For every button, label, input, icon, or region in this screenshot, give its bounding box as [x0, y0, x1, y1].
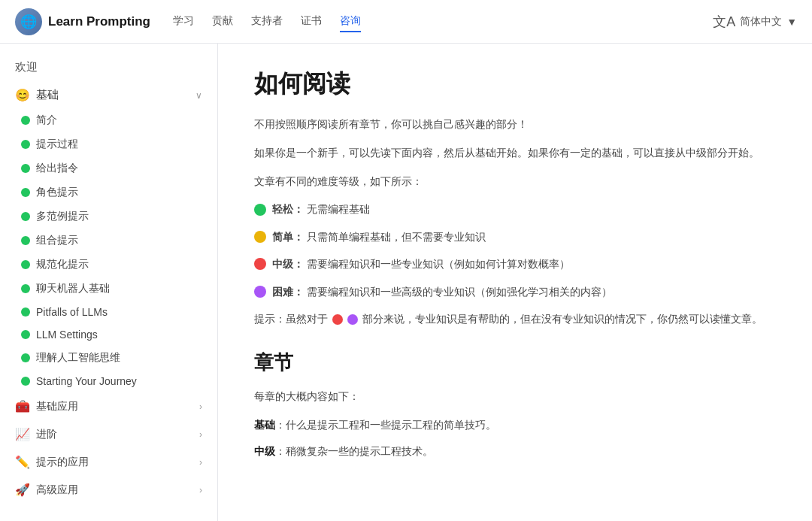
- logo-text: Learn Prompting: [48, 14, 150, 29]
- chapter-intermediate-desc: 稍微复杂一些的提示工程技术。: [286, 445, 433, 457]
- sidebar-item-intro-label: 简介: [36, 114, 57, 127]
- sidebar-item-give-instructions[interactable]: 给出指令: [0, 156, 217, 180]
- sidebar-section-advanced-apps-label: 高级应用: [36, 483, 78, 497]
- sidebar-section-basic-apps[interactable]: 🧰 基础应用 ›: [0, 392, 217, 420]
- chapters-title: 章节: [254, 350, 768, 376]
- sidebar-item-prompt-process-label: 提示过程: [36, 138, 78, 151]
- sidebar-item-chatbot-basics[interactable]: 聊天机器人基础: [0, 277, 217, 301]
- difficulty-simple-desc: 只需简单编程基础，但不需要专业知识: [307, 231, 486, 243]
- basic-apps-emoji: 🧰: [15, 399, 30, 413]
- basics-emoji: 😊: [15, 88, 30, 102]
- nav-consult[interactable]: 咨询: [340, 11, 361, 32]
- layout: 欢迎 😊 基础 ∨ 简介 提示过程 给出指令 角色提示 多范例: [0, 44, 812, 521]
- sidebar-item-llm-settings[interactable]: LLM Settings: [0, 323, 217, 346]
- nav-certificate[interactable]: 证书: [301, 11, 322, 32]
- sidebar-item-intro[interactable]: 简介: [0, 108, 217, 132]
- sidebar-item-pitfalls-label: Pitfalls of LLMs: [36, 306, 108, 318]
- difficulty-dot-green: [21, 377, 30, 386]
- tip-text-before: 提示：虽然对于: [254, 310, 328, 329]
- sidebar-item-ai-thinking-label: 理解人工智能思维: [36, 351, 120, 365]
- difficulty-hard-desc: 需要编程知识和一些高级的专业知识（例如强化学习相关的内容）: [307, 286, 612, 298]
- dot-hard: [254, 286, 266, 298]
- language-switcher[interactable]: 文A 简体中文 ▼: [713, 13, 797, 31]
- nav-bar: 学习 贡献 支持者 证书 咨询: [173, 11, 713, 32]
- difficulty-dot-green: [21, 236, 30, 245]
- tip-dot-red: [332, 314, 343, 325]
- difficulty-simple-text: 简单： 只需简单编程基础，但不需要专业知识: [272, 229, 486, 245]
- intro-paragraph: 不用按照顺序阅读所有章节，你可以挑自己感兴趣的部分！: [254, 116, 768, 134]
- sidebar-item-pitfalls[interactable]: Pitfalls of LLMs: [0, 301, 217, 323]
- sidebar-item-ai-thinking[interactable]: 理解人工智能思维: [0, 346, 217, 370]
- sidebar-item-role-prompting[interactable]: 角色提示: [0, 180, 217, 204]
- sidebar-section-advanced-apps[interactable]: 🚀 高级应用 ›: [0, 476, 217, 504]
- difficulty-dot-green: [21, 307, 30, 317]
- difficulty-dot-green: [21, 330, 30, 339]
- chapter-basics-desc: 什么是提示工程和一些提示工程的简单技巧。: [286, 419, 496, 431]
- sidebar-item-few-shot[interactable]: 多范例提示: [0, 204, 217, 229]
- difficulty-easy: 轻松： 无需编程基础: [254, 201, 768, 217]
- difficulty-simple-label: 简单：: [272, 231, 304, 243]
- difficulty-hard: 困难： 需要编程知识和一些高级的专业知识（例如强化学习相关的内容）: [254, 283, 768, 300]
- sidebar-section-advanced[interactable]: 📈 进阶 ›: [0, 420, 217, 448]
- sidebar-item-role-prompting-label: 角色提示: [36, 186, 78, 199]
- beginner-paragraph: 如果你是一个新手，可以先读下面内容，然后从基础开始。如果你有一定的基础，可以直接…: [254, 144, 768, 162]
- sidebar-section-basic-apps-label: 基础应用: [36, 400, 78, 413]
- difficulty-hard-text: 困难： 需要编程知识和一些高级的专业知识（例如强化学习相关的内容）: [272, 283, 612, 300]
- difficulty-dot-green: [21, 260, 30, 269]
- dot-easy: [254, 204, 266, 216]
- sidebar-section-basics-label: 基础: [36, 88, 59, 102]
- difficulty-medium-label: 中级：: [272, 258, 304, 270]
- logo-icon: 🌐: [15, 8, 42, 35]
- difficulty-medium: 中级： 需要编程知识和一些专业知识（例如如何计算对数概率）: [254, 256, 768, 272]
- sidebar-item-combined-prompting-label: 组合提示: [36, 234, 78, 247]
- chevron-right-icon: ›: [199, 429, 202, 440]
- sidebar-item-normalized-prompting-label: 规范化提示: [36, 258, 89, 271]
- difficulty-medium-desc: 需要编程知识和一些专业知识（例如如何计算对数概率）: [307, 258, 570, 270]
- sidebar-section-basic-apps-left: 🧰 基础应用: [15, 399, 78, 413]
- chapter-intermediate-title: 中级: [254, 445, 275, 457]
- difficulty-hard-label: 困难：: [272, 286, 304, 298]
- sidebar-item-prompt-process[interactable]: 提示过程: [0, 132, 217, 156]
- sidebar: 欢迎 😊 基础 ∨ 简介 提示过程 给出指令 角色提示 多范例: [0, 44, 218, 521]
- nav-contribute[interactable]: 贡献: [212, 11, 233, 32]
- sidebar-item-combined-prompting[interactable]: 组合提示: [0, 229, 217, 253]
- logo[interactable]: 🌐 Learn Prompting: [15, 8, 150, 35]
- sidebar-section-prompt-apps-left: ✏️ 提示的应用: [15, 455, 89, 469]
- chapters-desc: 每章的大概内容如下：: [254, 388, 768, 406]
- sidebar-section-basics[interactable]: 😊 基础 ∨: [0, 82, 217, 108]
- sidebar-item-welcome[interactable]: 欢迎: [0, 53, 217, 82]
- difficulty-dot-green: [21, 284, 30, 293]
- dot-simple: [254, 231, 266, 243]
- chevron-right-icon: ›: [199, 485, 202, 495]
- main-content: 如何阅读 不用按照顺序阅读所有章节，你可以挑自己感兴趣的部分！ 如果你是一个新手…: [218, 44, 804, 521]
- sidebar-item-normalized-prompting[interactable]: 规范化提示: [0, 253, 217, 277]
- sidebar-item-chatbot-basics-label: 聊天机器人基础: [36, 282, 110, 295]
- difficulty-dot-green: [21, 353, 30, 362]
- sidebar-section-advanced-label: 进阶: [36, 428, 57, 441]
- sidebar-section-prompt-apps[interactable]: ✏️ 提示的应用 ›: [0, 448, 217, 476]
- difficulty-simple: 简单： 只需简单编程基础，但不需要专业知识: [254, 229, 768, 245]
- language-label: 简体中文: [740, 15, 782, 29]
- nav-learn[interactable]: 学习: [173, 11, 194, 32]
- sidebar-item-start-journey[interactable]: Starting Your Journey: [0, 370, 217, 392]
- sidebar-section-basics-left: 😊 基础: [15, 88, 59, 102]
- advanced-apps-emoji: 🚀: [15, 483, 30, 497]
- difficulty-medium-text: 中级： 需要编程知识和一些专业知识（例如如何计算对数概率）: [272, 256, 570, 272]
- chapter-intermediate: 中级：稍微复杂一些的提示工程技术。: [254, 443, 768, 461]
- dropdown-arrow: ▼: [786, 16, 797, 28]
- nav-supporters[interactable]: 支持者: [251, 11, 283, 32]
- advanced-emoji: 📈: [15, 427, 30, 441]
- difficulty-dot-green: [21, 212, 30, 221]
- sidebar-item-llm-settings-label: LLM Settings: [36, 329, 98, 341]
- sidebar-item-give-instructions-label: 给出指令: [36, 162, 78, 175]
- chevron-right-icon: ›: [199, 401, 202, 412]
- difficulty-easy-label: 轻松：: [272, 203, 304, 215]
- difficulty-easy-desc: 无需编程基础: [307, 203, 370, 215]
- sidebar-section-prompt-apps-label: 提示的应用: [36, 456, 89, 469]
- tip-row: 提示：虽然对于 部分来说，专业知识是有帮助的，但在没有专业知识的情况下，你仍然可…: [254, 310, 768, 329]
- chevron-down-icon: ∨: [195, 90, 202, 101]
- chapter-basics: 基础：什么是提示工程和一些提示工程的简单技巧。: [254, 416, 768, 435]
- difficulty-easy-text: 轻松： 无需编程基础: [272, 201, 370, 217]
- tip-text-after: 部分来说，专业知识是有帮助的，但在没有专业知识的情况下，你仍然可以读懂文章。: [362, 310, 762, 329]
- difficulty-dot-green: [21, 140, 30, 149]
